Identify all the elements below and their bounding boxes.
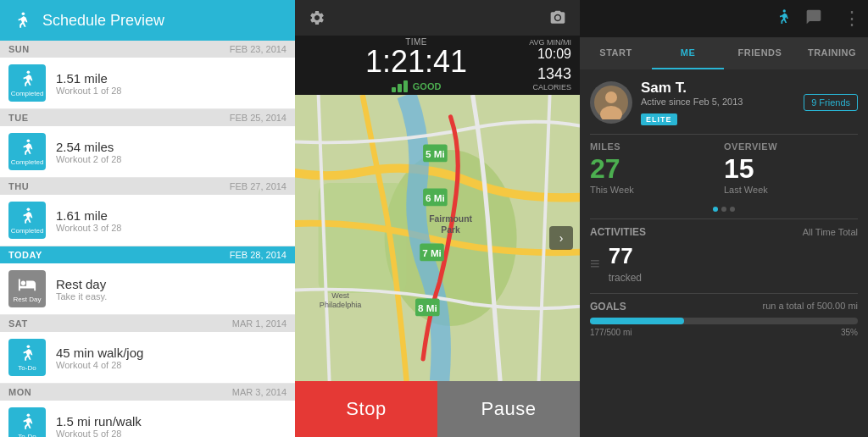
progress-bar-fill [590,318,684,324]
tab-start[interactable]: START [580,37,652,69]
workout-item[interactable]: Completed1.61 mileWorkout 3 of 28 [0,195,295,246]
workout-details: 45 min walk/jogWorkout 4 of 28 [56,346,287,370]
svg-point-2 [27,139,31,142]
tab-me[interactable]: ME [652,37,724,69]
workout-subtitle: Workout 4 of 28 [56,360,287,370]
camera-icon[interactable] [544,4,571,31]
avatar [590,81,632,124]
stop-button[interactable]: Stop [295,381,437,437]
workout-item[interactable]: Rest DayRest dayTake it easy. [0,263,295,315]
day-date: FEB 27, 2014 [230,181,287,191]
signal-bars [392,80,408,92]
workout-icon: To-Do [8,339,46,376]
svg-text:Fairmount: Fairmount [429,214,472,224]
miles-this-week: 27 [590,153,724,185]
profile-tabs: STARTMEFRIENDSTRAINING [580,37,868,69]
progress-percent: 35% [841,328,858,337]
workout-status-icon-label: Completed [11,227,44,235]
svg-text:5 Mi: 5 Mi [426,148,445,159]
activities-count-row: ≡ 77 tracked [590,243,858,285]
day-date: FEB 28, 2014 [230,250,287,260]
svg-text:7 Mi: 7 Mi [422,247,442,258]
username: Sam T. [641,80,804,97]
tracker-map: 5 Mi 6 Mi 7 Mi 8 Mi Fairmount Park West … [295,95,580,381]
activities-sublabel: tracked [609,272,642,284]
profile-panel: ⋮ STARTMEFRIENDSTRAINING Sam T. Active s… [580,0,868,437]
goals-label: GOALS [590,301,626,313]
schedule-title: Schedule Preview [42,12,164,30]
svg-point-22 [783,9,786,12]
svg-point-1 [27,70,31,74]
progress-bar-bg [590,318,858,324]
workout-item[interactable]: To-Do45 min walk/jogWorkout 4 of 28 [0,332,295,384]
workout-details: 1.5 mi run/walkWorkout 5 of 28 [56,414,287,438]
activities-label: ACTIVITIES [590,226,646,238]
workout-details: 1.51 mileWorkout 1 of 28 [56,71,287,96]
map-next-icon[interactable]: › [549,226,573,250]
pause-button[interactable]: Pause [437,381,580,437]
activities-count-block: 77 tracked [609,243,642,285]
workout-status-icon-label: Completed [11,158,44,166]
profile-top-bar: ⋮ [580,0,868,37]
svg-point-3 [27,207,31,211]
map-container: 5 Mi 6 Mi 7 Mi 8 Mi Fairmount Park West … [295,95,580,381]
progress-labels: 177/500 mi 35% [590,328,858,337]
tab-training[interactable]: TRAINING [796,37,868,69]
run-icon[interactable] [775,8,792,30]
settings-icon[interactable] [303,4,331,31]
goals-row: GOALS run a total of 500.00 mi [590,301,858,313]
workout-item[interactable]: Completed1.51 mileWorkout 1 of 28 [0,58,295,109]
miles-block: MILES 27 This Week [590,141,724,195]
svg-text:West: West [331,292,349,301]
workout-status-icon-label: Completed [11,90,44,97]
workout-title: 45 min walk/jog [56,346,287,360]
runner-header-icon [10,8,34,32]
workout-icon: Rest Day [8,270,46,307]
friends-button[interactable]: 9 Friends [804,94,858,111]
day-header-today: TODAYFEB 28, 2014 [0,246,295,263]
schedule-body: SUNFEB 23, 2014 Completed1.51 mileWorkou… [0,41,295,437]
activities-count: 77 [609,243,633,268]
activities-row: ACTIVITIES All Time Total [590,226,858,238]
stats-row: MILES 27 This Week OVERVIEW 15 Last Week [590,141,858,195]
workout-item[interactable]: Completed2.54 milesWorkout 2 of 28 [0,126,295,178]
workout-subtitle: Take it easy. [56,291,287,301]
miles-last-week: 15 [724,153,858,185]
workout-status-icon-label: To-Do [18,364,36,372]
dot-indicators [590,207,858,212]
tracker-top-bar [295,0,580,36]
day-label: THU [8,181,29,191]
divider-3 [590,293,858,294]
day-date: MAR 1, 2014 [232,318,287,329]
svg-text:8 Mi: 8 Mi [418,302,437,313]
active-since: Active since Feb 5, 2013 [641,97,804,107]
time-value: 1:21:41 [303,47,529,77]
dot-1 [713,207,718,212]
day-date: FEB 25, 2014 [230,113,287,123]
svg-text:Philadelphia: Philadelphia [320,301,362,309]
divider-1 [590,134,858,135]
dot-3 [730,207,735,212]
avg-label: AVG MIN/MI [529,38,571,47]
workout-icon: Completed [8,202,46,239]
workout-subtitle: Workout 1 of 28 [56,86,287,96]
workout-icon: Completed [8,133,46,170]
tracker-buttons: Stop Pause [295,381,580,437]
workout-item[interactable]: To-Do1.5 mi run/walkWorkout 5 of 28 [0,401,295,437]
tracker-time-block: TIME 1:21:41 GOOD [303,37,529,92]
overview-label: OVERVIEW [724,141,858,152]
day-label: SUN [8,44,30,54]
miles-this-week-label: This Week [590,185,724,195]
svg-text:6 Mi: 6 Mi [426,192,445,203]
tab-friends[interactable]: FRIENDS [724,37,796,69]
tracker-panel: TIME 1:21:41 GOOD AVG MIN/MI 10:09 1343 … [295,0,580,437]
workout-status-icon-label: Rest Day [14,296,42,303]
more-icon[interactable]: ⋮ [843,8,861,30]
workout-details: 2.54 milesWorkout 2 of 28 [56,140,287,164]
workout-title: 1.51 mile [56,71,287,86]
day-date: MAR 3, 2014 [232,387,287,397]
tracker-right-stats: AVG MIN/MI 10:09 1343 CALORIES [529,38,571,91]
goals-detail: run a total of 500.00 mi [762,301,858,313]
chat-icon[interactable] [805,8,822,30]
progress-current: 177/500 mi [590,328,632,337]
